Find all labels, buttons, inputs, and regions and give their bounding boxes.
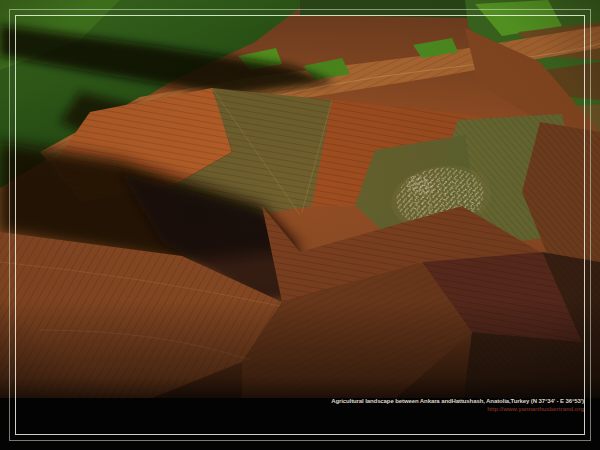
bottom-fade	[0, 300, 600, 410]
aerial-photo	[0, 0, 600, 450]
wallpaper-canvas: Agricultural landscape between Ankara an…	[0, 0, 600, 450]
caption-bar	[0, 398, 600, 450]
